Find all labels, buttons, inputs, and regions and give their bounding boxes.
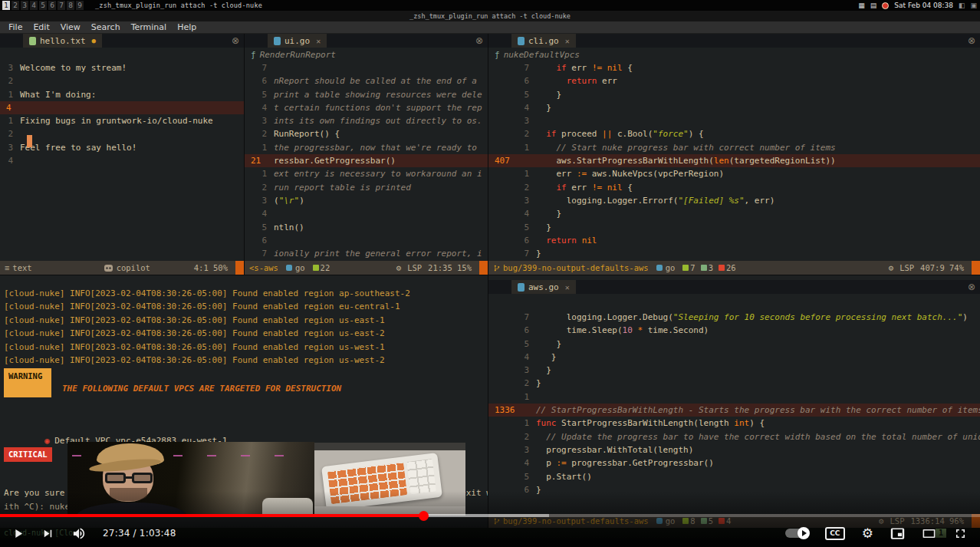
settings-gear-icon[interactable]: ⚙ bbox=[862, 526, 873, 541]
code-line[interactable]: 1ext entry is necessary to workaround an… bbox=[245, 167, 488, 180]
code-line[interactable]: 2run report table is printed bbox=[245, 181, 488, 194]
code-line[interactable]: 2} bbox=[488, 377, 980, 390]
code-line[interactable]: 3ints its own findings out directly to o… bbox=[245, 114, 488, 127]
workspace-6[interactable]: 6 bbox=[48, 1, 56, 10]
code-line[interactable]: 7ionally print the general error report,… bbox=[245, 247, 488, 260]
workspace-8[interactable]: 8 bbox=[67, 1, 74, 10]
workspace-1[interactable]: 1 bbox=[2, 1, 10, 10]
autoplay-toggle[interactable] bbox=[785, 529, 808, 538]
menu-view[interactable]: View bbox=[55, 21, 86, 34]
tab-aws-go[interactable]: aws.go ✕ bbox=[511, 280, 576, 294]
menu-terminal[interactable]: Terminal bbox=[126, 21, 173, 34]
code-line[interactable]: 407 aws.StartProgressBarWithLength(len(t… bbox=[488, 154, 980, 167]
pane-close-icon[interactable]: ⊗ bbox=[968, 35, 975, 46]
code-line[interactable]: 1the progressbar, now that we're ready t… bbox=[245, 141, 488, 154]
workspace-5[interactable]: 5 bbox=[39, 1, 47, 10]
workspace-3[interactable]: 3 bbox=[21, 1, 28, 10]
code-line[interactable]: 5 } bbox=[488, 88, 980, 101]
menu-help[interactable]: Help bbox=[172, 21, 202, 34]
code-line[interactable]: 5 } bbox=[488, 221, 980, 234]
code-line[interactable]: 4 } bbox=[488, 101, 980, 114]
window-titlebar[interactable]: _zsh_tmux_plugin_run attach -t cloud-nuk… bbox=[0, 11, 980, 21]
pane-close-icon[interactable]: ⊗ bbox=[968, 282, 975, 292]
code-line[interactable]: 2 bbox=[0, 74, 244, 87]
code-line[interactable]: 4 bbox=[0, 154, 244, 167]
code-line[interactable]: 21ressbar.GetProgressbar() bbox=[245, 154, 488, 167]
code-line[interactable]: 5ntln() bbox=[245, 221, 488, 234]
code-line[interactable]: 1What I'm doing: bbox=[0, 88, 244, 101]
code-line[interactable]: 7 bbox=[245, 61, 488, 74]
video-progress-bar[interactable] bbox=[0, 514, 980, 517]
tray-icon-3[interactable]: ◧ bbox=[959, 0, 965, 11]
code-line[interactable]: 1336// StartProgressBarWithLength - Star… bbox=[488, 404, 980, 417]
tray-icon-1[interactable]: ▦ bbox=[858, 0, 865, 11]
fullscreen-button[interactable] bbox=[953, 526, 968, 541]
filetype-segment: ≡ text bbox=[5, 263, 32, 272]
code-line[interactable]: 7 if err != nil { bbox=[488, 61, 980, 74]
record-icon[interactable] bbox=[882, 2, 889, 9]
code-line[interactable]: 6} bbox=[488, 483, 980, 496]
miniplayer-button[interactable] bbox=[890, 526, 905, 541]
tray-icon-2[interactable]: ▤ bbox=[870, 0, 877, 11]
menu-edit[interactable]: Edit bbox=[28, 21, 54, 34]
code-line[interactable]: 6 return nil bbox=[488, 234, 980, 247]
code-line[interactable]: 2 if proceed || c.Bool("force") { bbox=[488, 127, 980, 140]
workspace-2[interactable]: 2 bbox=[12, 1, 19, 10]
tab-close-icon[interactable]: ✕ bbox=[565, 283, 570, 292]
critical-badge: CRITICAL bbox=[4, 447, 52, 462]
tray-icon-4[interactable]: ▣ bbox=[970, 0, 977, 11]
code-line[interactable]: 3("\r") bbox=[245, 194, 488, 207]
workspace-7[interactable]: 7 bbox=[58, 1, 65, 10]
captions-button[interactable]: CC bbox=[825, 527, 845, 540]
code-line[interactable]: 2 bbox=[0, 127, 244, 140]
tab-close-icon[interactable]: ✕ bbox=[565, 37, 570, 45]
code-line[interactable]: 5 } bbox=[488, 338, 980, 351]
tabline-aws: aws.go ✕ ⊗ bbox=[488, 280, 980, 294]
tab-hello-txt[interactable]: hello.txt ● bbox=[23, 34, 102, 48]
menu-search[interactable]: Search bbox=[86, 21, 126, 34]
code-line[interactable]: 6 time.Sleep(10 * time.Second) bbox=[488, 324, 980, 337]
code-line[interactable]: 1 err := aws.NukeVpcs(vpcPerRegion) bbox=[488, 167, 980, 180]
code-line[interactable]: 7 logging.Logger.Debug("Sleeping for 10 … bbox=[488, 311, 980, 324]
code-line[interactable]: 4 } bbox=[488, 351, 980, 364]
glasses-bridge bbox=[126, 476, 133, 479]
menu-file[interactable]: File bbox=[3, 21, 28, 34]
tab-close-icon[interactable]: ✕ bbox=[316, 37, 321, 45]
pane-close-icon[interactable]: ⊗ bbox=[232, 35, 239, 46]
code-line[interactable]: 4 } bbox=[488, 207, 980, 220]
volume-icon[interactable] bbox=[71, 526, 87, 541]
code-line[interactable]: 6 bbox=[245, 234, 488, 247]
gear-icon: ⚙ bbox=[396, 263, 402, 273]
code-line[interactable]: 4 bbox=[0, 101, 244, 114]
code-line[interactable]: 5 p.Start() bbox=[488, 470, 980, 483]
code-line[interactable]: 3Feel free to say hello! bbox=[0, 141, 244, 154]
code-line[interactable]: 6 return err bbox=[488, 74, 980, 87]
code-line[interactable]: 1Fixing bugs in gruntwork-io/cloud-nuke bbox=[0, 114, 244, 127]
workspace-9[interactable]: 9 bbox=[76, 1, 84, 10]
code-line[interactable]: 2 if err != nil { bbox=[488, 181, 980, 194]
tab-cli-go[interactable]: cli.go ✕ bbox=[511, 34, 576, 48]
code-line[interactable]: 1 // Start nuke progress bar with correc… bbox=[488, 141, 980, 154]
code-line[interactable]: 4 bbox=[245, 207, 488, 220]
code-line[interactable]: 4t certain functions don't support the r… bbox=[245, 101, 488, 114]
pane-close-icon[interactable]: ⊗ bbox=[475, 35, 483, 46]
code-line[interactable]: 6nReport should be called at the end of … bbox=[245, 74, 488, 87]
code-line[interactable]: 7} bbox=[488, 247, 980, 260]
code-line[interactable]: 4 p := progressbar.GetProgressbar() bbox=[488, 456, 980, 470]
code-line[interactable]: 2RunReport() { bbox=[245, 127, 488, 140]
workspace-4[interactable]: 4 bbox=[30, 1, 38, 10]
code-line[interactable]: 1func StartProgressBarWithLength(length … bbox=[488, 417, 980, 430]
play-button[interactable] bbox=[11, 526, 25, 541]
code-line[interactable]: 3 } bbox=[488, 364, 980, 377]
code-line[interactable]: 3 logging.Logger.Errorf("[Failed] %s", e… bbox=[488, 194, 980, 207]
code-line[interactable]: 3Welcome to my stream! bbox=[0, 61, 244, 74]
text-file-icon bbox=[29, 37, 36, 45]
theater-mode-button[interactable] bbox=[922, 526, 936, 541]
next-button[interactable] bbox=[41, 526, 55, 541]
code-line[interactable]: 1 bbox=[488, 390, 980, 404]
code-line[interactable]: 2 // Update the progress bar to have the… bbox=[488, 430, 980, 443]
code-line[interactable]: 3 bbox=[488, 114, 980, 127]
tab-ui-go[interactable]: ui.go ✕ bbox=[268, 34, 327, 48]
code-line[interactable]: 3 progressbar.WithTotal(length) bbox=[488, 443, 980, 456]
code-line[interactable]: 5print a table showing resources were de… bbox=[245, 88, 488, 101]
